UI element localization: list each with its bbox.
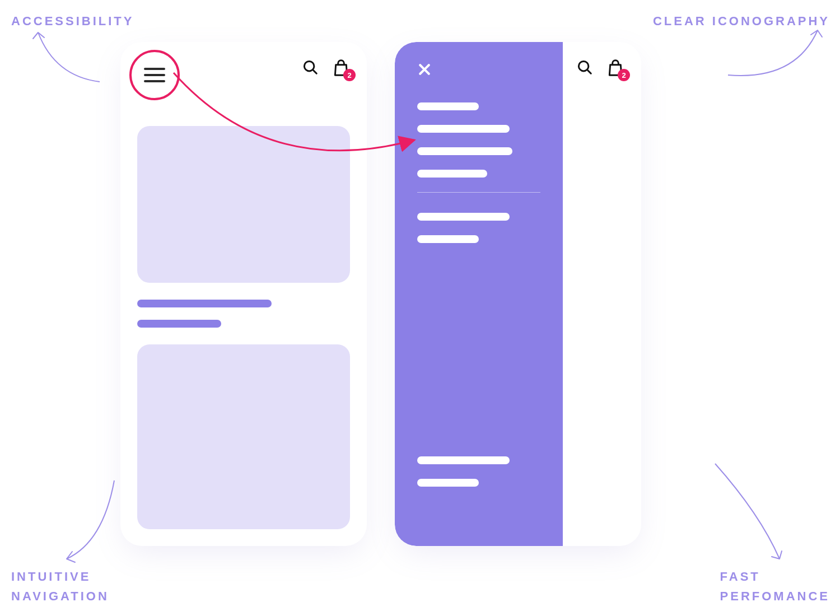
label-line: NAVIGATION [11,589,109,603]
drawer-menu-item[interactable] [417,479,479,487]
annotation-arrow [717,19,829,86]
label-line: FAST [720,570,760,584]
drawer-divider [417,192,540,193]
label-line: INTUITIVE [11,570,91,584]
search-icon[interactable] [576,59,595,78]
label-line: PERFOMANCE [720,589,830,603]
text-placeholder-line [137,300,272,307]
label-intuitive-navigation: INTUITIVE NAVIGATION [11,567,109,606]
annotation-arrow [21,20,116,87]
drawer-menu-item[interactable] [417,235,479,243]
flow-arrow-hamburger-to-drawer [157,39,448,174]
drawer-menu-item[interactable] [417,456,510,464]
bag-count-badge: 2 [618,69,630,81]
annotation-arrow [47,475,137,564]
annotation-arrow [701,458,796,564]
svg-line-3 [587,70,591,73]
label-fast-performance: FAST PERFOMANCE [720,567,830,606]
drawer-menu-item[interactable] [417,213,510,221]
text-placeholder-line [137,320,221,328]
top-icon-group: 2 [576,59,626,78]
shopping-bag-icon[interactable]: 2 [606,59,626,78]
content-card [137,344,350,529]
